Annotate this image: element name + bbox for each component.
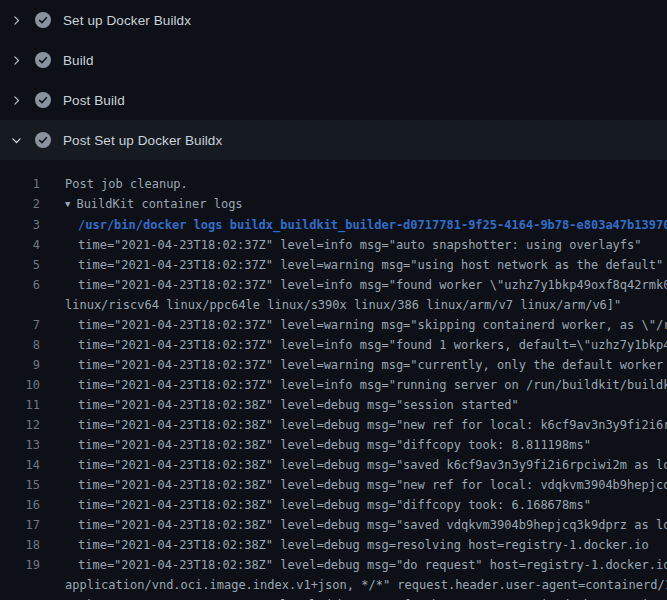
log-line-number[interactable]: 8 [0, 335, 40, 355]
check-circle-icon [35, 12, 51, 28]
log-line-number[interactable]: 2 [0, 194, 40, 215]
log-line-number [0, 295, 40, 315]
chevron-down-icon [10, 132, 23, 148]
log-line-text: time="2021-04-23T18:02:37Z" level=warnin… [65, 255, 663, 275]
step-section-build[interactable]: Build [0, 40, 667, 80]
log-line-text: time="2021-04-23T18:02:38Z" level=debug … [65, 475, 667, 495]
log-line: 4 time="2021-04-23T18:02:37Z" level=info… [0, 235, 667, 255]
log-line: 11 time="2021-04-23T18:02:38Z" level=deb… [0, 395, 667, 415]
log-line-text: time="2021-04-23T18:02:37Z" level=info m… [65, 375, 667, 395]
log-line-number[interactable]: 14 [0, 455, 40, 475]
step-section-set-up-docker-buildx[interactable]: Set up Docker Buildx [0, 0, 667, 40]
log-line-text: time="2021-04-23T18:02:37Z" level=info m… [65, 335, 667, 355]
log-line-text: time="2021-04-23T18:02:38Z" level=debug … [65, 395, 519, 415]
log-line: 15 time="2021-04-23T18:02:38Z" level=deb… [0, 475, 667, 495]
chevron-right-icon [10, 92, 23, 108]
log-line-text: time="2021-04-23T18:02:38Z" level=debug … [65, 495, 591, 515]
log-line-text: time="2021-04-23T18:02:38Z" level=debug … [65, 455, 667, 475]
log-line: 12 time="2021-04-23T18:02:38Z" level=deb… [0, 415, 667, 435]
log-line-text: time="2021-04-23T18:02:37Z" level=info m… [65, 235, 642, 255]
log-line-number[interactable]: 12 [0, 415, 40, 435]
log-line: 16 time="2021-04-23T18:02:38Z" level=deb… [0, 495, 667, 515]
log-line: 3 /usr/bin/docker logs buildx_buildkit_b… [0, 215, 667, 235]
check-circle-icon [35, 92, 51, 108]
log-line-number[interactable]: 18 [0, 535, 40, 555]
log-line-number[interactable]: 13 [0, 435, 40, 455]
chevron-right-icon [10, 12, 23, 28]
log-line: 9 time="2021-04-23T18:02:37Z" level=warn… [0, 355, 667, 375]
log-line-text: time="2021-04-23T18:02:37Z" level=warnin… [65, 355, 667, 375]
log-line-text: time="2021-04-23T18:02:38Z" level=debug … [65, 435, 591, 455]
check-circle-icon [35, 52, 51, 68]
log-line: 8 time="2021-04-23T18:02:37Z" level=info… [0, 335, 667, 355]
log-line: 13 time="2021-04-23T18:02:38Z" level=deb… [0, 435, 667, 455]
log-line-text: time="2021-04-23T18:02:37Z" level=info m… [65, 275, 667, 295]
check-circle-icon [35, 132, 51, 148]
step-section-label: Build [63, 53, 94, 68]
step-section-post-set-up-docker-buildx[interactable]: Post Set up Docker Buildx [0, 120, 667, 160]
log-line: 17 time="2021-04-23T18:02:38Z" level=deb… [0, 515, 667, 535]
log-line-text: application/vnd.oci.image.index.v1+json,… [65, 575, 667, 595]
log-line: 10 time="2021-04-23T18:02:37Z" level=inf… [0, 375, 667, 395]
log-line-number[interactable]: 3 [0, 215, 40, 235]
log-line-number [0, 575, 40, 595]
log-line-number[interactable]: 6 [0, 275, 40, 295]
log-line-number[interactable]: 19 [0, 555, 40, 575]
log-line-number[interactable]: 1 [0, 174, 40, 194]
log-line-number[interactable]: 7 [0, 315, 40, 335]
log-line-number[interactable]: 15 [0, 475, 40, 495]
log-line: 6 time="2021-04-23T18:02:37Z" level=info… [0, 275, 667, 295]
log-line: 7 time="2021-04-23T18:02:37Z" level=warn… [0, 315, 667, 335]
step-section-label: Post Set up Docker Buildx [63, 133, 222, 148]
group-collapse-triangle-icon[interactable]: ▼ [65, 194, 70, 214]
workflow-steps-list: Set up Docker Buildx Build Post Build [0, 0, 667, 160]
log-line-number[interactable]: 10 [0, 375, 40, 395]
log-line-number[interactable]: 5 [0, 255, 40, 275]
log-line-number[interactable]: 17 [0, 515, 40, 535]
log-line-text: time="2021-04-23T18:02:38Z" level=debug … [65, 515, 667, 535]
log-line: 1 Post job cleanup. [0, 174, 667, 194]
log-line-number[interactable]: 16 [0, 495, 40, 515]
step-section-label: Set up Docker Buildx [63, 13, 191, 28]
log-line-text: ▼BuildKit container logs [65, 194, 243, 215]
log-line: linux/riscv64 linux/ppc64le linux/s390x … [0, 295, 667, 315]
log-line: application/vnd.oci.image.index.v1+json,… [0, 575, 667, 595]
log-line-number[interactable]: 4 [0, 235, 40, 255]
log-line-number[interactable]: 11 [0, 395, 40, 415]
log-line-text: Post job cleanup. [65, 174, 188, 194]
log-line-number[interactable]: 20 [0, 595, 40, 600]
log-line-number[interactable]: 9 [0, 355, 40, 375]
log-line: 20 time="2021-04-23T18:02:38Z" level=deb… [0, 595, 667, 600]
log-line-text: /usr/bin/docker logs buildx_buildkit_bui… [65, 215, 667, 235]
log-line: 14 time="2021-04-23T18:02:38Z" level=deb… [0, 455, 667, 475]
log-line: 18 time="2021-04-23T18:02:38Z" level=deb… [0, 535, 667, 555]
log-viewer: 1 Post job cleanup. 2 ▼BuildKit containe… [0, 160, 667, 600]
log-line-text: time="2021-04-23T18:02:38Z" level=debug … [65, 415, 667, 435]
chevron-right-icon [10, 52, 23, 68]
log-group-label: BuildKit container logs [76, 197, 242, 211]
log-line-text: time="2021-04-23T18:02:38Z" level=debug … [65, 535, 649, 555]
step-section-label: Post Build [63, 93, 125, 108]
log-line: 2 ▼BuildKit container logs [0, 194, 667, 215]
log-line: 5 time="2021-04-23T18:02:37Z" level=warn… [0, 255, 667, 275]
step-section-post-build[interactable]: Post Build [0, 80, 667, 120]
log-line: 19 time="2021-04-23T18:02:38Z" level=deb… [0, 555, 667, 575]
log-line-text: time="2021-04-23T18:02:38Z" level=debug … [65, 595, 667, 600]
log-line-text: linux/riscv64 linux/ppc64le linux/s390x … [65, 295, 621, 315]
log-line-text: time="2021-04-23T18:02:38Z" level=debug … [65, 555, 667, 575]
log-line-text: time="2021-04-23T18:02:37Z" level=warnin… [65, 315, 667, 335]
